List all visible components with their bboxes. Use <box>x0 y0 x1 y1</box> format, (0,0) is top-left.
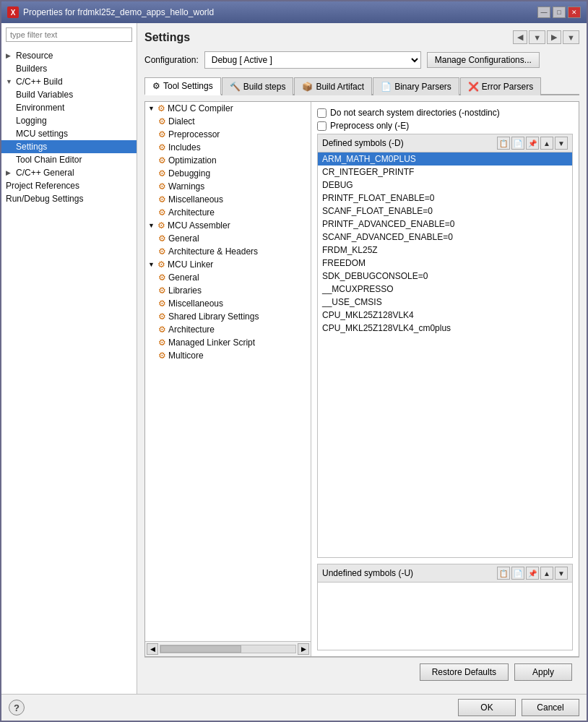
gear-icon: ⚙ <box>158 272 166 283</box>
sidebar-item-logging[interactable]: Logging <box>1 114 137 127</box>
move-down-undef-button[interactable]: ▼ <box>555 567 568 580</box>
inner-item-libraries[interactable]: ⚙ Libraries <box>145 284 311 297</box>
symbol-item[interactable]: SCANF_FLOAT_ENABLE=0 <box>318 205 572 218</box>
sidebar-item-settings[interactable]: Settings <box>1 140 137 153</box>
inner-item-includes[interactable]: ⚙ Includes <box>145 141 311 154</box>
copy-defined-symbol-button[interactable]: 📄 <box>511 137 524 150</box>
config-select[interactable]: Debug [ Active ] <box>204 51 421 69</box>
inner-item-label: Miscellaneous <box>168 194 223 205</box>
nav-back-button[interactable]: ◀ <box>513 30 527 44</box>
inner-item-label: Warnings <box>168 181 204 192</box>
inner-item-arch-headers[interactable]: ⚙ Architecture & Headers <box>145 245 311 258</box>
sidebar-item-resource[interactable]: ▶ Resource <box>1 49 137 62</box>
undefined-symbols-section: Undefined symbols (-U) 📋 📄 📌 ▲ ▼ <box>317 564 573 650</box>
tab-build-steps[interactable]: 🔨 Build steps <box>222 77 294 95</box>
defined-symbols-label: Defined symbols (-D) <box>322 138 404 148</box>
sidebar-item-environment[interactable]: Environment <box>1 101 137 114</box>
tab-build-artifact[interactable]: 📦 Build Artifact <box>294 77 372 95</box>
symbol-item[interactable]: SDK_DEBUGCONSOLE=0 <box>318 270 572 283</box>
symbol-item[interactable]: CPU_MKL25Z128VLK4 <box>318 309 572 322</box>
sidebar-item-cpp-general[interactable]: ▶ C/C++ General <box>1 166 137 179</box>
add-defined-symbol-button[interactable]: 📋 <box>497 137 510 150</box>
preprocess-only-checkbox[interactable] <box>317 121 327 131</box>
restore-defaults-button[interactable]: Restore Defaults <box>420 663 509 681</box>
add-undef-symbol-button[interactable]: 📋 <box>497 567 510 580</box>
symbol-item[interactable]: ARM_MATH_CM0PLUS <box>318 152 572 166</box>
sidebar-item-tool-chain-editor[interactable]: Tool Chain Editor <box>1 153 137 166</box>
sidebar-item-run-debug[interactable]: Run/Debug Settings <box>1 192 137 205</box>
nav-forward-dropdown[interactable]: ▼ <box>563 30 579 44</box>
gear-icon: ⚙ <box>158 207 166 218</box>
cancel-button[interactable]: Cancel <box>522 699 579 716</box>
nav-back-dropdown[interactable]: ▼ <box>529 30 545 44</box>
inner-item-lnk-general[interactable]: ⚙ General <box>145 271 311 284</box>
scroll-right-arrow[interactable]: ▶ <box>298 643 309 655</box>
nav-forward-button[interactable]: ▶ <box>547 30 561 44</box>
minimize-button[interactable]: — <box>537 7 550 18</box>
symbol-item[interactable]: DEBUG <box>318 179 572 192</box>
sidebar-item-cpp-build[interactable]: ▼ C/C++ Build <box>1 75 137 88</box>
undefined-symbols-header: Undefined symbols (-U) 📋 📄 📌 ▲ ▼ <box>317 564 573 583</box>
manage-configurations-button[interactable]: Manage Configurations... <box>427 52 540 68</box>
inner-tree: ▼ ⚙ MCU C Compiler ⚙ Dialect ⚙ Preproces… <box>145 102 311 641</box>
inner-item-mcu-assembler[interactable]: ▼ ⚙ MCU Assembler <box>145 219 311 232</box>
symbol-item[interactable]: SCANF_ADVANCED_ENABLE=0 <box>318 231 572 244</box>
close-button[interactable]: ✕ <box>568 7 581 18</box>
inner-item-miscellaneous[interactable]: ⚙ Miscellaneous <box>145 193 311 206</box>
inner-item-shared-lib[interactable]: ⚙ Shared Library Settings <box>145 310 311 323</box>
sidebar-item-project-references[interactable]: Project References <box>1 179 137 192</box>
symbol-item[interactable]: PRINTF_FLOAT_ENABLE=0 <box>318 192 572 205</box>
inner-item-managed-linker[interactable]: ⚙ Managed Linker Script <box>145 336 311 349</box>
ok-button[interactable]: OK <box>458 699 516 716</box>
inner-item-warnings[interactable]: ⚙ Warnings <box>145 180 311 193</box>
inner-item-asm-general[interactable]: ⚙ General <box>145 232 311 245</box>
move-up-undef-button[interactable]: ▲ <box>540 567 553 580</box>
symbol-item[interactable]: __MCUXPRESSO <box>318 283 572 296</box>
symbol-item[interactable]: FREEDOM <box>318 257 572 270</box>
symbol-item[interactable]: CPU_MKL25Z128VLK4_cm0plus <box>318 322 572 335</box>
paste-undef-symbol-button[interactable]: 📌 <box>526 567 539 580</box>
apply-button[interactable]: Apply <box>514 663 572 681</box>
inner-item-lnk-misc[interactable]: ⚙ Miscellaneous <box>145 297 311 310</box>
maximize-button[interactable]: □ <box>553 7 566 18</box>
filter-input[interactable] <box>6 27 132 42</box>
copy-undef-symbol-button[interactable]: 📄 <box>511 567 524 580</box>
scroll-left-arrow[interactable]: ◀ <box>147 643 158 655</box>
paste-defined-symbol-button[interactable]: 📌 <box>526 137 539 150</box>
defined-symbols-list[interactable]: ARM_MATH_CM0PLUS CR_INTEGER_PRINTF DEBUG… <box>317 152 573 558</box>
arrow-icon: ▶ <box>6 169 13 176</box>
sidebar-item-build-variables[interactable]: Build Variables <box>1 88 137 101</box>
sidebar-item-builders[interactable]: Builders <box>1 62 137 75</box>
gear-icon: ⚙ <box>158 351 166 361</box>
inner-item-label: MCU Linker <box>168 259 213 270</box>
tabs-bar: ⚙ Tool Settings 🔨 Build steps 📦 Build Ar… <box>144 76 579 95</box>
no-system-dirs-checkbox[interactable] <box>317 108 327 118</box>
inner-item-mcu-c-compiler[interactable]: ▼ ⚙ MCU C Compiler <box>145 102 311 115</box>
undef-symbol-toolbar: 📋 📄 📌 ▲ ▼ <box>497 567 568 580</box>
inner-item-label: MCU Assembler <box>168 220 230 231</box>
inner-item-architecture[interactable]: ⚙ Architecture <box>145 206 311 219</box>
symbol-item[interactable]: PRINTF_ADVANCED_ENABLE=0 <box>318 218 572 231</box>
inner-item-label: Architecture & Headers <box>168 246 258 257</box>
symbol-item[interactable]: CR_INTEGER_PRINTF <box>318 166 572 179</box>
move-down-defined-symbol-button[interactable]: ▼ <box>555 137 568 150</box>
inner-item-mcu-linker[interactable]: ▼ ⚙ MCU Linker <box>145 258 311 271</box>
symbol-item[interactable]: FRDM_KL25Z <box>318 244 572 257</box>
undefined-symbols-list[interactable] <box>317 583 573 650</box>
tab-tool-settings[interactable]: ⚙ Tool Settings <box>144 77 221 95</box>
inner-item-preprocessor[interactable]: ⚙ Preprocessor <box>145 128 311 141</box>
inner-item-lnk-arch[interactable]: ⚙ Architecture <box>145 323 311 336</box>
inner-item-debugging[interactable]: ⚙ Debugging <box>145 167 311 180</box>
inner-item-multicore[interactable]: ⚙ Multicore <box>145 349 311 362</box>
help-button[interactable]: ? <box>9 700 25 715</box>
tab-binary-parsers[interactable]: 📄 Binary Parsers <box>373 77 459 95</box>
move-up-defined-symbol-button[interactable]: ▲ <box>540 137 553 150</box>
tab-error-parsers[interactable]: ❌ Error Parsers <box>460 77 541 95</box>
symbol-item[interactable]: __USE_CMSIS <box>318 296 572 309</box>
scrollbar-track[interactable] <box>160 645 296 653</box>
sidebar-item-mcu-settings[interactable]: MCU settings <box>1 127 137 140</box>
inner-item-optimization[interactable]: ⚙ Optimization <box>145 154 311 167</box>
gear-icon: ⚙ <box>158 194 166 205</box>
build-steps-icon: 🔨 <box>230 82 241 92</box>
inner-item-dialect[interactable]: ⚙ Dialect <box>145 115 311 128</box>
